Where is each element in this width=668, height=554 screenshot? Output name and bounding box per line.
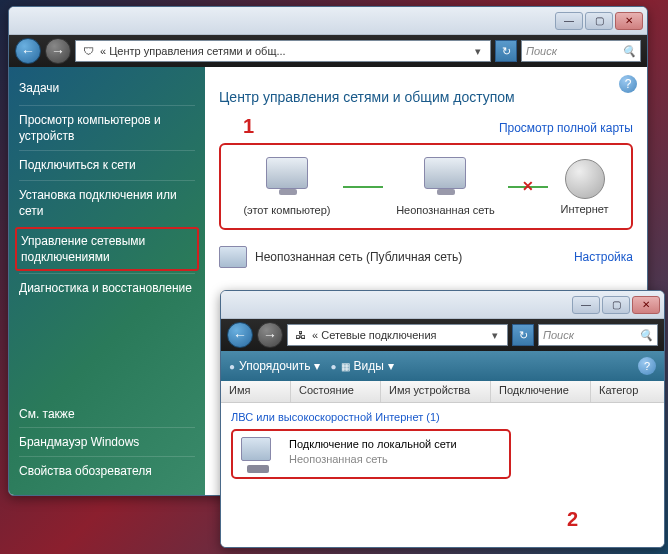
node-this-computer: (этот компьютер) (243, 157, 330, 216)
computer-icon (266, 157, 308, 189)
col-name[interactable]: Имя (221, 381, 291, 402)
col-state[interactable]: Состояние (291, 381, 381, 402)
help-icon[interactable]: ? (638, 357, 656, 375)
network-status-label: Неопознанная сеть (Публичная сеть) (255, 250, 462, 264)
col-category[interactable]: Категор (591, 381, 664, 402)
tasks-sidebar: Задачи Просмотр компьютеров и устройств … (9, 67, 205, 495)
nav-toolbar: ← → 🖧 « Сетевые подключения ▾ ↻ Поиск 🔍 (221, 319, 664, 351)
column-headers: Имя Состояние Имя устройства Подключение… (221, 381, 664, 403)
refresh-button[interactable]: ↻ (512, 324, 534, 346)
maximize-button[interactable]: ▢ (585, 12, 613, 30)
col-connection[interactable]: Подключение (491, 381, 591, 402)
minimize-button[interactable]: — (555, 12, 583, 30)
connection-status: Неопознанная сеть (289, 452, 457, 467)
connection-line-ok (343, 186, 383, 188)
link-firewall[interactable]: Брандмауэр Windows (19, 427, 195, 456)
address-dropdown[interactable]: ▾ (470, 45, 486, 58)
col-device[interactable]: Имя устройства (381, 381, 491, 402)
address-dropdown[interactable]: ▾ (487, 329, 503, 342)
group-lan[interactable]: ЛВС или высокоскоростной Интернет (1) (231, 409, 654, 429)
view-full-map-link[interactable]: Просмотр полной карты (499, 121, 633, 135)
forward-button[interactable]: → (45, 38, 71, 64)
task-diagnose[interactable]: Диагностика и восстановление (19, 273, 195, 302)
refresh-button[interactable]: ↻ (495, 40, 517, 62)
back-button[interactable]: ← (15, 38, 41, 64)
control-panel-icon: 🛡 (80, 43, 96, 59)
search-icon: 🔍 (639, 329, 653, 342)
address-text: Сетевые подключения (321, 329, 436, 341)
nav-toolbar: ← → 🛡 « Центр управления сетями и общ...… (9, 35, 647, 67)
address-bar[interactable]: 🖧 « Сетевые подключения ▾ (287, 324, 508, 346)
search-icon: 🔍 (622, 45, 636, 58)
close-button[interactable]: ✕ (615, 12, 643, 30)
tasks-heading: Задачи (19, 81, 195, 95)
address-text: Центр управления сетями и общ... (109, 45, 285, 57)
network-icon (424, 157, 466, 189)
forward-button[interactable]: → (257, 322, 283, 348)
minimize-button[interactable]: — (572, 296, 600, 314)
search-input[interactable]: Поиск 🔍 (538, 324, 658, 346)
search-input[interactable]: Поиск 🔍 (521, 40, 641, 62)
link-internet-options[interactable]: Свойства обозревателя (19, 456, 195, 485)
task-manage-connections[interactable]: Управление сетевыми подключениями (15, 227, 199, 271)
network-map: (этот компьютер) Неопознанная сеть Интер… (219, 143, 633, 230)
views-menu[interactable]: ▦ Виды ▾ (330, 359, 393, 373)
task-connect-network[interactable]: Подключиться к сети (19, 150, 195, 179)
annotation-marker-1: 1 (243, 115, 254, 138)
connection-name: Подключение по локальной сети (289, 437, 457, 452)
task-view-computers[interactable]: Просмотр компьютеров и устройств (19, 105, 195, 150)
help-icon[interactable]: ? (619, 75, 637, 93)
close-button[interactable]: ✕ (632, 296, 660, 314)
command-bar: Упорядочить ▾ ▦ Виды ▾ ? (221, 351, 664, 381)
organize-menu[interactable]: Упорядочить ▾ (229, 359, 320, 373)
back-button[interactable]: ← (227, 322, 253, 348)
network-status-icon (219, 246, 247, 268)
node-internet: Интернет (561, 159, 609, 215)
search-placeholder: Поиск (526, 45, 557, 57)
annotation-marker-2: 2 (567, 508, 578, 531)
see-also-heading: См. также (19, 407, 195, 421)
address-chevron: « (312, 329, 318, 341)
page-title: Центр управления сетями и общим доступом (219, 89, 633, 105)
connection-line-broken (508, 186, 548, 188)
connections-list: ЛВС или высокоскоростной Интернет (1) По… (221, 403, 664, 547)
folder-icon: 🖧 (292, 327, 308, 343)
local-area-connection[interactable]: Подключение по локальной сети Неопознанн… (231, 429, 511, 479)
titlebar: — ▢ ✕ (9, 7, 647, 35)
titlebar: — ▢ ✕ (221, 291, 664, 319)
node-unknown-network: Неопознанная сеть (396, 157, 495, 216)
address-chevron: « (100, 45, 106, 57)
address-bar[interactable]: 🛡 « Центр управления сетями и общ... ▾ (75, 40, 491, 62)
task-setup-connection[interactable]: Установка подключения или сети (19, 180, 195, 225)
search-placeholder: Поиск (543, 329, 574, 341)
customize-link[interactable]: Настройка (574, 250, 633, 264)
lan-connection-icon (241, 437, 279, 471)
network-status-row: Неопознанная сеть (Публичная сеть) Настр… (219, 246, 633, 268)
globe-icon (565, 159, 605, 199)
network-connections-window: — ▢ ✕ ← → 🖧 « Сетевые подключения ▾ ↻ По… (220, 290, 665, 548)
maximize-button[interactable]: ▢ (602, 296, 630, 314)
